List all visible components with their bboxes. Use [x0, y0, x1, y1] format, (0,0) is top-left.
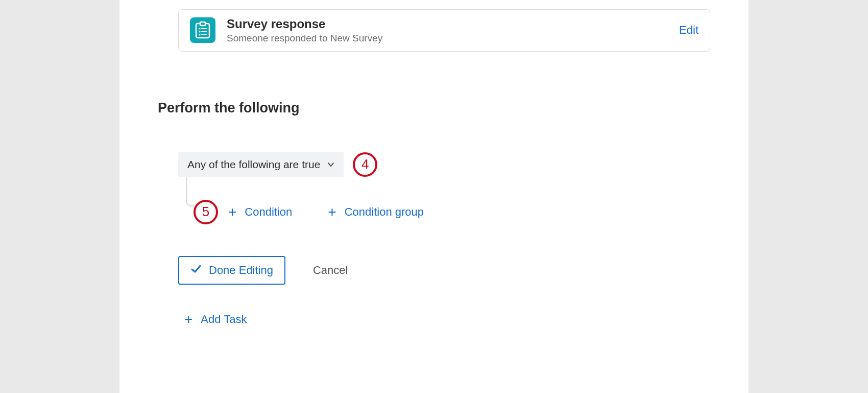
- condition-match-label: Any of the following are true: [187, 158, 320, 171]
- plus-icon: +: [228, 205, 236, 219]
- add-condition-group-button[interactable]: + Condition group: [327, 203, 425, 221]
- svg-point-4: [199, 31, 200, 33]
- add-task-label: Add Task: [201, 313, 247, 326]
- section-heading: Perform the following: [158, 100, 710, 116]
- condition-match-dropdown[interactable]: Any of the following are true: [178, 152, 344, 177]
- done-editing-button[interactable]: Done Editing: [178, 256, 285, 285]
- cancel-button[interactable]: Cancel: [313, 264, 348, 277]
- trigger-card: Survey response Someone responded to New…: [178, 9, 710, 52]
- chevron-down-icon: [327, 161, 334, 168]
- trigger-subtitle: Someone responded to New Survey: [227, 33, 679, 44]
- workflow-editor-panel: Survey response Someone responded to New…: [119, 0, 749, 393]
- plus-icon: +: [328, 205, 336, 219]
- survey-icon: [190, 17, 215, 43]
- add-condition-group-label: Condition group: [345, 205, 424, 219]
- done-editing-label: Done Editing: [209, 264, 273, 277]
- plus-icon: +: [184, 312, 192, 327]
- trigger-title: Survey response: [227, 17, 679, 32]
- edit-trigger-link[interactable]: Edit: [679, 24, 698, 37]
- annotation-marker-4: 4: [353, 152, 377, 177]
- tree-connector: [186, 177, 194, 206]
- svg-point-2: [199, 28, 200, 30]
- svg-rect-1: [200, 22, 205, 26]
- add-condition-button[interactable]: + Condition: [227, 203, 293, 221]
- annotation-marker-5: 5: [194, 200, 218, 224]
- add-task-button[interactable]: + Add Task: [183, 310, 248, 329]
- check-icon: [190, 263, 202, 278]
- svg-point-6: [199, 34, 200, 36]
- add-condition-label: Condition: [245, 205, 292, 219]
